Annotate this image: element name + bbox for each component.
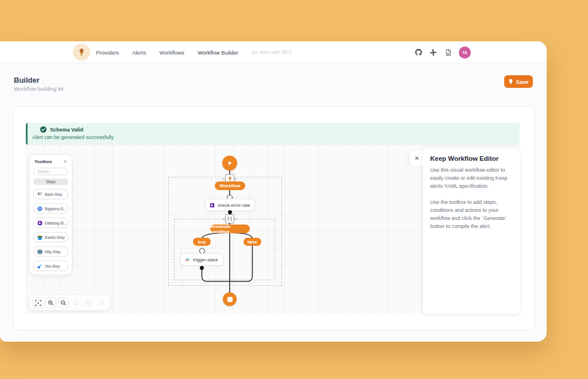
end-node[interactable] <box>223 292 237 306</box>
bigquery-icon <box>37 206 42 211</box>
fit-view-button[interactable] <box>33 297 44 308</box>
nav-right-actions: TA <box>414 41 471 63</box>
banner-message: Alert can be generated successfully <box>32 134 514 140</box>
toolbox-item-jira-step[interactable]: Jira-Step <box>33 261 68 271</box>
play-icon <box>227 160 233 166</box>
action-source-handle[interactable] <box>200 266 204 270</box>
toolbox-close-icon[interactable]: ✕ <box>63 159 67 164</box>
stop-icon <box>227 297 233 302</box>
nav-item-alerts[interactable]: Alerts <box>132 49 146 56</box>
user-avatar[interactable]: TA <box>459 47 471 59</box>
action-target-handle[interactable] <box>199 248 205 254</box>
nav-item-providers[interactable]: Providers <box>96 49 119 56</box>
github-icon[interactable] <box>414 48 423 57</box>
editor-panel-paragraph-2: Use the toolbox to add steps, conditions… <box>430 199 513 231</box>
action-node-trigger-slack[interactable]: trigger-slack <box>180 253 223 266</box>
start-node[interactable] <box>222 156 237 171</box>
schema-valid-banner: Schema Valid Alert can be generated succ… <box>26 123 520 145</box>
nav-links: Providers Alerts Workflows Workflow Buil… <box>96 41 292 63</box>
toolbox-group-steps[interactable]: Steps <box>33 179 68 185</box>
http-globe-icon <box>37 249 42 254</box>
workflow-label-pill[interactable]: Workflow <box>215 181 245 190</box>
command-shortcut-hint: (or start with ⌘K) <box>252 49 292 55</box>
app-window: Providers Alerts Workflows Workflow Buil… <box>0 41 547 342</box>
condition-label-pill[interactable]: threshold-condition <box>210 225 250 233</box>
slack-nav-icon[interactable] <box>429 48 438 57</box>
bulb-icon <box>508 79 513 84</box>
disabled-control-1 <box>71 297 82 308</box>
toolbox-item-http-step[interactable]: Http-Step <box>33 246 68 257</box>
bash-icon: #! <box>37 192 42 197</box>
branch-false-pill[interactable]: false <box>243 238 261 246</box>
disabled-control-2 <box>83 297 94 308</box>
editor-panel-title: Keep Workflow Editor <box>430 155 513 162</box>
handle-left[interactable] <box>223 218 225 220</box>
datadog-icon <box>210 203 215 208</box>
toolbox-item-datadog-step[interactable]: Datadog-St... <box>33 218 68 228</box>
zoom-in-button[interactable] <box>45 297 56 308</box>
condition-icon <box>227 216 232 221</box>
toolbox-title: Toolbox <box>34 159 52 164</box>
branch-true-pill[interactable]: true <box>193 238 211 246</box>
save-button[interactable]: Save <box>504 75 533 88</box>
keep-mini-icon <box>227 176 233 181</box>
toolbox-item-bash-step[interactable]: #! Bash-Step <box>33 189 68 199</box>
editor-panel-paragraph-1: Use this visual workflow editor to easil… <box>430 167 513 191</box>
frame-icon <box>86 300 92 306</box>
zoom-out-button[interactable] <box>58 297 69 308</box>
handle-right[interactable] <box>235 178 237 180</box>
nav-item-workflow-builder[interactable]: Workflow Builder <box>198 49 238 56</box>
workflow-editor-panel: Keep Workflow Editor Use this visual wor… <box>423 148 520 314</box>
disabled-control-3 <box>96 297 107 308</box>
toolbox-search-input[interactable] <box>33 168 68 175</box>
elastic-icon <box>37 235 42 240</box>
step-node-check-error-rate[interactable]: check-error-rate <box>205 199 255 211</box>
page-title: Builder <box>14 76 40 84</box>
banner-title: Schema Valid <box>50 127 83 133</box>
copy-icon <box>73 300 79 306</box>
check-circle-icon <box>40 126 47 133</box>
top-navbar: Providers Alerts Workflows Workflow Buil… <box>0 41 547 63</box>
keep-logo[interactable] <box>73 44 90 61</box>
toolbox-item-bigquery-step[interactable]: Bigquery-S... <box>33 203 68 214</box>
builder-card: Schema Valid Alert can be generated succ… <box>13 106 535 330</box>
condition-entry-node[interactable] <box>225 214 234 223</box>
slack-icon <box>185 257 190 262</box>
upload-icon <box>98 300 105 306</box>
zoom-in-icon <box>48 300 54 306</box>
step-source-handle[interactable] <box>228 210 232 214</box>
handle-right[interactable] <box>235 218 237 220</box>
jira-icon <box>37 264 42 269</box>
handle-left[interactable] <box>223 178 225 180</box>
canvas-controls <box>29 295 110 311</box>
toolbox-item-elastic-step[interactable]: Elastic-Step <box>33 232 68 242</box>
nav-item-workflows[interactable]: Workflows <box>159 49 184 56</box>
toolbox-panel: Toolbox ✕ Steps #! Bash-Step Bigquery-S.… <box>29 154 72 275</box>
datadog-icon <box>37 221 42 226</box>
zoom-out-icon <box>60 300 67 306</box>
icecream-logo-icon <box>77 48 86 57</box>
fit-view-icon <box>35 300 41 306</box>
document-icon[interactable] <box>444 48 452 57</box>
page-subtitle: Workflow building kit <box>14 86 63 92</box>
